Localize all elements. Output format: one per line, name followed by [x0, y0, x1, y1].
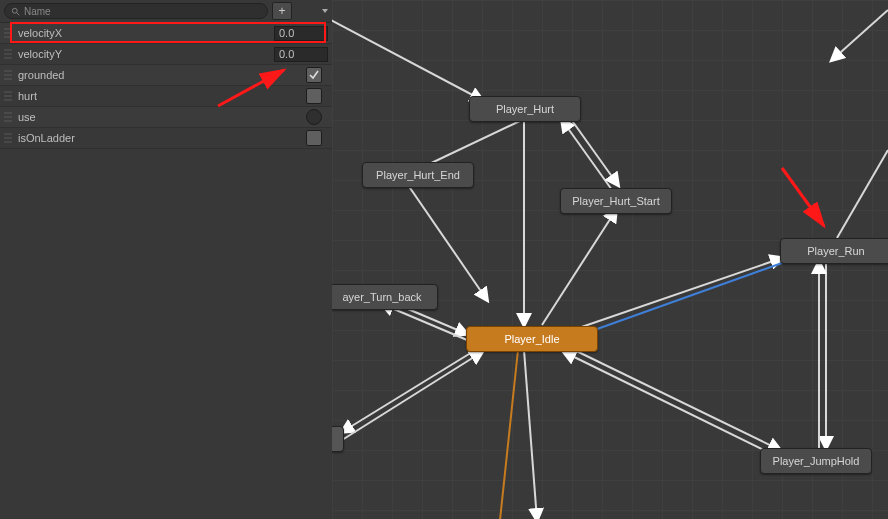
- drag-grip-icon: [4, 69, 12, 81]
- state-clipped[interactable]: [332, 426, 344, 452]
- svg-line-29: [500, 350, 518, 519]
- param-name: hurt: [16, 90, 306, 102]
- param-name: grounded: [16, 69, 306, 81]
- state-player-hurt[interactable]: Player_Hurt: [469, 96, 581, 122]
- check-icon: [309, 70, 319, 80]
- state-player-turn-back[interactable]: ayer_Turn_back: [332, 284, 438, 310]
- svg-line-33: [542, 210, 616, 325]
- search-placeholder: Name: [24, 6, 51, 17]
- svg-line-38: [564, 345, 780, 450]
- bool-checkbox[interactable]: [306, 67, 322, 83]
- svg-line-23: [408, 185, 487, 300]
- svg-line-28: [342, 352, 482, 440]
- svg-line-39: [564, 352, 780, 458]
- bool-checkbox[interactable]: [306, 130, 322, 146]
- state-player-idle[interactable]: Player_Idle: [466, 326, 598, 352]
- trigger-button[interactable]: [306, 109, 322, 125]
- drag-grip-icon: [4, 27, 12, 39]
- param-name: velocityY: [16, 48, 274, 60]
- drag-grip-icon: [4, 132, 12, 144]
- float-field[interactable]: 0.0: [274, 47, 328, 62]
- parameters-panel: Name + velocityX 0.0 velocityY 0.0 groun…: [0, 0, 332, 519]
- param-row-grounded[interactable]: grounded: [0, 65, 332, 86]
- param-row-use[interactable]: use: [0, 107, 332, 128]
- param-row-isOnLadder[interactable]: isOnLadder: [0, 128, 332, 149]
- add-parameter-button[interactable]: +: [272, 2, 292, 20]
- svg-point-0: [12, 8, 17, 13]
- svg-line-41: [837, 150, 888, 238]
- float-field[interactable]: 0.0: [274, 26, 328, 41]
- search-row: Name +: [0, 0, 332, 23]
- animator-graph[interactable]: Player_Hurt Player_Hurt_End Player_Hurt_…: [332, 0, 888, 519]
- svg-line-21: [332, 10, 482, 100]
- param-row-hurt[interactable]: hurt: [0, 86, 332, 107]
- state-player-run[interactable]: Player_Run: [780, 238, 888, 264]
- param-name: velocityX: [16, 27, 274, 39]
- svg-line-27: [342, 346, 482, 432]
- svg-line-30: [524, 350, 537, 519]
- param-name: isOnLadder: [16, 132, 306, 144]
- state-player-hurt-end[interactable]: Player_Hurt_End: [362, 162, 474, 188]
- svg-line-31: [562, 120, 612, 190]
- svg-line-32: [568, 115, 618, 185]
- bool-checkbox[interactable]: [306, 88, 322, 104]
- search-icon: [11, 7, 20, 16]
- svg-line-34: [567, 258, 782, 332]
- svg-line-1: [17, 12, 20, 15]
- drag-grip-icon: [4, 111, 12, 123]
- state-player-jumphold[interactable]: Player_JumpHold: [760, 448, 872, 474]
- search-input[interactable]: Name: [4, 3, 268, 19]
- param-row-velocityY[interactable]: velocityY 0.0: [0, 44, 332, 65]
- svg-line-40: [832, 10, 888, 60]
- param-row-velocityX[interactable]: velocityX 0.0: [0, 23, 332, 44]
- dropdown-caret-icon[interactable]: [322, 9, 328, 13]
- drag-grip-icon: [4, 48, 12, 60]
- state-player-hurt-start[interactable]: Player_Hurt_Start: [560, 188, 672, 214]
- drag-grip-icon: [4, 90, 12, 102]
- param-name: use: [16, 111, 306, 123]
- svg-line-35: [572, 263, 782, 338]
- plus-icon: +: [278, 5, 285, 17]
